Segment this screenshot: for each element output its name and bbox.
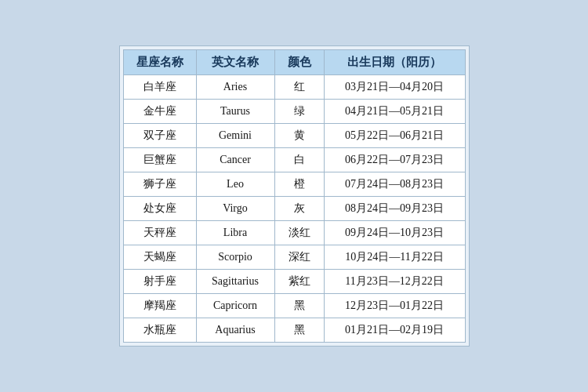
cell-en: Leo [196,172,274,197]
cell-date: 12月23日—01月22日 [324,294,465,318]
cell-date: 05月22日—06月21日 [324,124,465,148]
cell-color: 红 [274,75,324,100]
cell-date: 06月22日—07月23日 [324,148,465,172]
cell-en: Scorpio [196,245,274,270]
cell-cn: 双子座 [123,124,196,148]
cell-cn: 巨蟹座 [123,148,196,172]
cell-en: Libra [196,221,274,245]
cell-date: 03月21日—04月20日 [324,75,465,100]
cell-cn: 天秤座 [123,221,196,245]
cell-date: 09月24日—10月23日 [324,221,465,245]
cell-en: Capricorn [196,294,274,318]
table-row: 巨蟹座Cancer白06月22日—07月23日 [123,148,465,172]
cell-en: Aries [196,75,274,100]
cell-cn: 狮子座 [123,172,196,197]
table-row: 天蝎座Scorpio深红10月24日—11月22日 [123,245,465,270]
cell-color: 黑 [274,294,324,318]
table-container: 星座名称 英文名称 颜色 出生日期（阳历） 白羊座Aries红03月21日—04… [119,45,470,347]
table-row: 射手座Sagittarius紫红11月23日—12月22日 [123,270,465,294]
cell-cn: 天蝎座 [123,245,196,270]
cell-date: 01月21日—02月19日 [324,318,465,343]
cell-color: 绿 [274,100,324,124]
cell-en: Cancer [196,148,274,172]
cell-en: Sagittarius [196,270,274,294]
cell-color: 灰 [274,197,324,221]
cell-date: 07月24日—08月23日 [324,172,465,197]
table-row: 双子座Gemini黄05月22日—06月21日 [123,124,465,148]
cell-color: 黄 [274,124,324,148]
header-date: 出生日期（阳历） [324,50,465,75]
cell-date: 08月24日—09月23日 [324,197,465,221]
cell-color: 紫红 [274,270,324,294]
zodiac-table: 星座名称 英文名称 颜色 出生日期（阳历） 白羊座Aries红03月21日—04… [123,49,466,343]
cell-cn: 水瓶座 [123,318,196,343]
cell-en: Taurus [196,100,274,124]
cell-en: Aquarius [196,318,274,343]
cell-date: 10月24日—11月22日 [324,245,465,270]
cell-cn: 处女座 [123,197,196,221]
cell-cn: 射手座 [123,270,196,294]
header-cn: 星座名称 [123,50,196,75]
header-color: 颜色 [274,50,324,75]
table-row: 狮子座Leo橙07月24日—08月23日 [123,172,465,197]
cell-cn: 白羊座 [123,75,196,100]
table-row: 金牛座Taurus绿04月21日—05月21日 [123,100,465,124]
table-row: 水瓶座Aquarius黑01月21日—02月19日 [123,318,465,343]
table-row: 摩羯座Capricorn黑12月23日—01月22日 [123,294,465,318]
cell-color: 橙 [274,172,324,197]
cell-cn: 金牛座 [123,100,196,124]
cell-en: Virgo [196,197,274,221]
table-header-row: 星座名称 英文名称 颜色 出生日期（阳历） [123,50,465,75]
cell-date: 04月21日—05月21日 [324,100,465,124]
table-row: 天秤座Libra淡红09月24日—10月23日 [123,221,465,245]
cell-color: 白 [274,148,324,172]
table-row: 处女座Virgo灰08月24日—09月23日 [123,197,465,221]
cell-cn: 摩羯座 [123,294,196,318]
header-en: 英文名称 [196,50,274,75]
cell-date: 11月23日—12月22日 [324,270,465,294]
cell-color: 黑 [274,318,324,343]
cell-color: 淡红 [274,221,324,245]
cell-en: Gemini [196,124,274,148]
table-row: 白羊座Aries红03月21日—04月20日 [123,75,465,100]
cell-color: 深红 [274,245,324,270]
